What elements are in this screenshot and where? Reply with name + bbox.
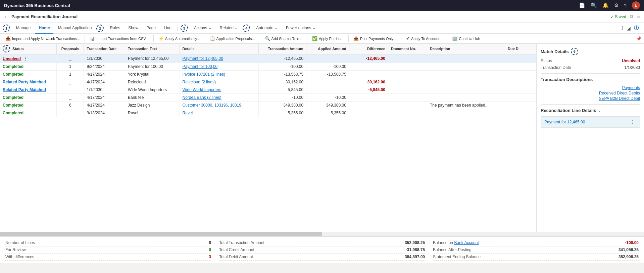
table-row[interactable]: Related Party Matched _ 1/1/2030 Wide Wo… (0, 86, 536, 94)
import-csv-button[interactable]: 📊 Import Transactions from CSV... (87, 35, 151, 42)
status-unsolved[interactable]: Unsolved (3, 56, 21, 61)
ribbon-right-icons: ⤴ ◢ ⓘ (621, 25, 641, 31)
expand-reconciliation-icon[interactable]: ⌄ (598, 109, 601, 112)
cell-details: Invoice 107201 (2 lines) (180, 71, 258, 78)
table-row[interactable]: Related Party Matched _ 4/17/2024 Relecl… (0, 78, 536, 86)
cell-txdate: 9/13/2024 (84, 109, 125, 117)
details-link[interactable]: Relecloud (2 lines) (183, 80, 216, 84)
user-avatar[interactable]: L (632, 1, 640, 9)
scroll-thumb[interactable] (0, 232, 322, 236)
stat-balance-after: Balance After Posting 341,056.25 (433, 246, 639, 254)
app-proposals-button[interactable]: 📋 Application Proposals... (207, 35, 258, 42)
tab-home[interactable]: Home (35, 23, 53, 34)
settings-icon[interactable]: ⚙ (614, 2, 618, 8)
apply-auto-icon: ⚡ (158, 36, 164, 41)
stat-balance-bank-value: -100.00 (625, 240, 639, 245)
table-row[interactable]: Completed _ 4/17/2024 Bank fee Nordea Ba… (0, 94, 536, 102)
back-button[interactable]: ← (4, 14, 9, 20)
tab-automate[interactable]: Automate ⌄ (253, 23, 281, 34)
tab-line[interactable]: Line (160, 23, 175, 34)
details-link[interactable]: Payment for 12,465,00 (183, 56, 223, 61)
stat-total-credit: Total Credit Amount -31,988.75 (219, 246, 425, 254)
bell-icon[interactable]: 🔔 (602, 2, 609, 8)
table-row[interactable]: Completed 1 9/24/2024 Payment for 100,00… (0, 63, 536, 71)
tx-desc-link-1[interactable]: Payments (541, 85, 640, 90)
cell-due (505, 109, 536, 117)
table-row[interactable]: Completed _ 9/13/2024 Ravel Ravel 5,355.… (0, 109, 536, 117)
col-header-proposals: Proposals (57, 44, 84, 54)
details-link[interactable]: Customer 30000, 103196, 10319... (183, 103, 245, 108)
table-row[interactable]: Unsolved ⋮ _ 1/1/2030 Payment for 12,465… (0, 54, 536, 63)
cell-desc (427, 63, 505, 71)
cell-txamt: 349,380.00 (258, 102, 306, 109)
tab-manual-application[interactable]: Manual Application (55, 23, 95, 34)
tab-show[interactable]: Show (125, 23, 142, 34)
table-row[interactable]: Completed 6 4/17/2024 Jazz Design Custom… (0, 102, 536, 109)
status-related[interactable]: Related Party Matched (3, 87, 46, 92)
cell-details: Wide World Importers (180, 86, 258, 94)
stat-for-review-label: For Review (5, 247, 26, 252)
reconciliation-menu-button[interactable]: ⋮ (629, 119, 636, 125)
help-icon[interactable]: ? (624, 3, 627, 8)
expand-icon[interactable]: ⧉ (630, 14, 633, 20)
filter-icon[interactable]: ◢ (627, 26, 631, 31)
post-payments-button[interactable]: 📤 Post Payments Only... (351, 35, 399, 42)
tab-actions[interactable]: Actions ⌄ (191, 23, 215, 34)
tab-related[interactable]: Related ⌄ (216, 23, 242, 34)
annotation-2: 2 (96, 25, 104, 32)
tx-desc-link-3[interactable]: SEPA B2B Direct Debit (541, 96, 640, 101)
panel-status-label: Status (541, 58, 552, 63)
horizontal-scrollbar[interactable] (0, 232, 644, 236)
details-link[interactable]: Wide World Importers (183, 87, 221, 92)
share-icon[interactable]: ⤴ (621, 26, 624, 31)
document-icon[interactable]: 📄 (579, 2, 585, 8)
stat-total-debit: Total Debit Amount 384,897.00 (219, 254, 425, 261)
apply-to-account-button[interactable]: ✔ Apply To Account... (403, 35, 445, 42)
cell-txtext: Payment for 100,00 (125, 63, 180, 71)
details-link[interactable]: Payment for 100,00 (183, 64, 218, 69)
search-icon[interactable]: 🔍 (591, 2, 597, 8)
cell-docno (388, 109, 427, 117)
cell-docno (388, 71, 427, 78)
ribbon-pin[interactable]: 📌 (636, 36, 641, 41)
footer-col-2: Total Transaction Amount 352,908.25 Tota… (219, 239, 425, 261)
col-header-diff: Difference (349, 44, 388, 54)
cell-desc: The payment has been applied... (427, 102, 505, 109)
apply-auto-button[interactable]: ⚡ Apply Automatically... (156, 35, 203, 42)
reconciliation-link[interactable]: Payment for 12,465.00 (544, 120, 585, 124)
table-header-row: 5 Status Proposals Transaction Date Tran… (0, 44, 536, 54)
details-link[interactable]: Invoice 107201 (2 lines) (183, 72, 225, 77)
cell-txamt: 5,355.00 (258, 109, 306, 117)
cell-txamt: 30,162.00 (258, 78, 306, 86)
bank-account-link[interactable]: Bank Account (454, 240, 479, 245)
fullscreen-icon[interactable]: ⧈ (637, 14, 640, 20)
col-header-appamt: Applied Amount (306, 44, 349, 54)
tx-desc-link-2[interactable]: Received Direct Debits (541, 91, 640, 95)
ribbon-sep-4 (260, 35, 260, 42)
table-row[interactable]: Completed 1 4/17/2024 York Krystal Invoi… (0, 71, 536, 78)
stat-total-tx-label: Total Transaction Amount (219, 240, 264, 245)
cell-due (505, 78, 536, 86)
details-link[interactable]: Ravel (183, 111, 193, 115)
stat-balance-after-value: 341,056.25 (618, 247, 639, 252)
right-panel: Match Details 6 Status Unsolved Transact… (537, 44, 644, 232)
tab-page[interactable]: Page (143, 23, 159, 34)
import-apply-icon: 📥 (5, 36, 11, 41)
status-completed: Completed (3, 72, 23, 77)
add-search-icon: 🔍 (265, 36, 270, 41)
tab-rules[interactable]: Rules (106, 23, 123, 34)
details-link[interactable]: Nordea Bank (2 lines) (183, 95, 221, 100)
import-apply-button[interactable]: 📥 Import and Apply New...nk Transactions… (3, 35, 83, 42)
cell-txamt: -13,568.75 (258, 71, 306, 78)
add-search-button[interactable]: 🔍 Add Search Rule... (262, 35, 305, 42)
cell-proposals: 6 (57, 102, 84, 109)
tab-manage[interactable]: Manage (13, 23, 34, 34)
status-related[interactable]: Related Party Matched (3, 80, 46, 84)
cell-details: Payment for 12,465,00 (180, 54, 258, 63)
row-menu-button[interactable]: ⋮ (22, 56, 29, 61)
header-right: ✓ Saved ⧉ ⧈ (610, 14, 640, 20)
tab-fewer-options[interactable]: Fewer options ⌄ (283, 23, 319, 34)
apply-entries-button[interactable]: ✅ Apply Entries... (309, 35, 346, 42)
info-icon[interactable]: ⓘ (634, 25, 639, 31)
continia-hub-button[interactable]: 🏢 Continia Hub (449, 35, 483, 42)
